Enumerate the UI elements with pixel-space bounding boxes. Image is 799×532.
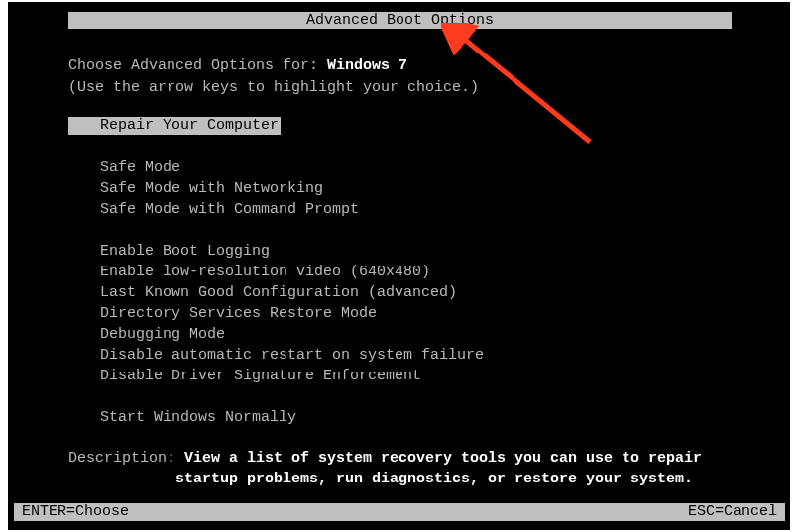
boot-options-list: Safe Mode Safe Mode with Networking Safe… — [100, 158, 484, 428]
intro-hint: (Use the arrow keys to highlight your ch… — [68, 77, 479, 99]
menu-item-last-known-good[interactable]: Last Known Good Configuration (advanced) — [100, 282, 484, 303]
menu-item-disable-driver-sig[interactable]: Disable Driver Signature Enforcement — [100, 366, 484, 386]
footer-bar: ENTER=Choose ESC=Cancel — [14, 503, 785, 521]
description-text-line2: startup problems, run diagnostics, or re… — [175, 471, 693, 487]
title-bar: Advanced Boot Options — [68, 12, 732, 29]
intro-prefix: Choose Advanced Options for: — [68, 57, 327, 74]
menu-item-repair-your-computer[interactable]: Repair Your Computer — [68, 117, 281, 135]
menu-item-debugging-mode[interactable]: Debugging Mode — [100, 324, 484, 345]
intro-text: Choose Advanced Options for: Windows 7 (… — [68, 55, 479, 99]
footer-enter-hint: ENTER=Choose — [22, 503, 129, 521]
menu-item-safe-mode-networking[interactable]: Safe Mode with Networking — [100, 178, 484, 199]
menu-item-ds-restore-mode[interactable]: Directory Services Restore Mode — [100, 303, 484, 324]
boot-screen: Advanced Boot Options Choose Advanced Op… — [8, 2, 790, 530]
description-label: Description: — [68, 450, 184, 467]
menu-item-disable-auto-restart[interactable]: Disable automatic restart on system fail… — [100, 345, 484, 366]
menu-item-low-res-video[interactable]: Enable low-resolution video (640x480) — [100, 262, 484, 282]
footer-esc-hint: ESC=Cancel — [688, 503, 777, 521]
description-text-line1: View a list of system recovery tools you… — [184, 450, 702, 467]
menu-item-start-normally[interactable]: Start Windows Normally — [100, 407, 484, 428]
os-name: Windows 7 — [327, 57, 407, 74]
menu-item-safe-mode-cmd[interactable]: Safe Mode with Command Prompt — [100, 199, 484, 220]
menu-item-safe-mode[interactable]: Safe Mode — [100, 158, 484, 178]
description: Description: View a list of system recov… — [68, 448, 702, 489]
menu-item-boot-logging[interactable]: Enable Boot Logging — [100, 241, 484, 262]
